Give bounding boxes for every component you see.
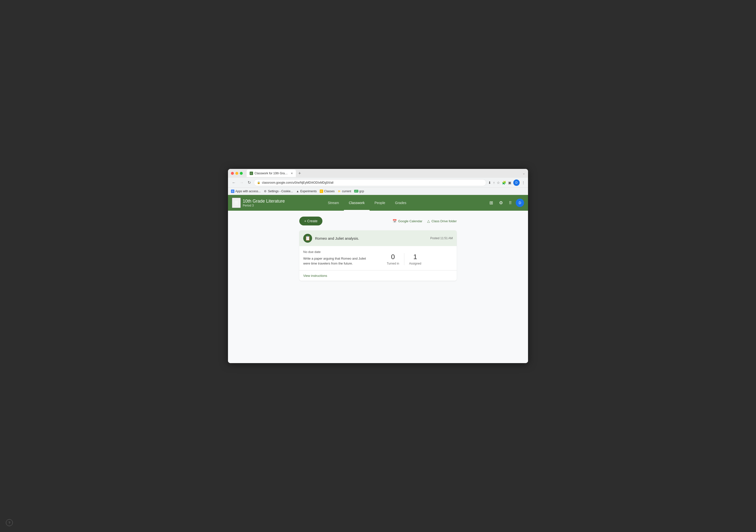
calendar-icon: 📅 [392,219,397,223]
tab-title: Classwork for 10th Grade Liter... [255,172,289,175]
calendar-link-label: Google Calendar [398,219,422,223]
classes-icon: C [320,190,323,193]
tab-bar: C Classwork for 10th Grade Liter... ✕ + [247,170,521,177]
apps-button[interactable]: ⠿ [507,199,514,207]
assignment-body: No due date Write a paper arguing that R… [303,246,367,268]
lock-icon: 🔒 [257,181,260,184]
top-links: 📅 Google Calendar △ Class Drive folder [392,219,457,223]
view-instructions-link[interactable]: View instructions [303,274,327,278]
fullscreen-window-button[interactable] [240,172,243,175]
sidebar-icon[interactable]: ▣ [508,181,511,185]
assignment-header: 📋 Romeo and Juliet analysis. Posted 11:5… [299,230,457,246]
profile-avatar[interactable]: D [513,179,520,186]
assigned-stat: 1 Assigned [404,250,426,268]
class-drive-link[interactable]: △ Class Drive folder [427,219,457,223]
top-actions-row: + Create 📅 Google Calendar △ Class Drive… [299,217,457,226]
forward-button[interactable]: → [239,180,245,185]
bookmarks-bar: G Apps with access... ⚙ Settings - Cooki… [228,188,528,195]
turned-in-count: 0 [385,253,401,261]
reload-button[interactable]: ↻ [247,180,252,185]
bookmark-settings-label: Settings - Cookie... [268,190,293,193]
browser-window: C Classwork for 10th Grade Liter... ✕ + … [228,169,528,363]
new-tab-button[interactable]: + [297,171,303,176]
main-content: + Create 📅 Google Calendar △ Class Drive… [228,211,528,363]
bookmark-icon[interactable]: ☆ [497,181,500,185]
bookmark-apps[interactable]: G Apps with access... [231,190,261,193]
tab-favicon: C [250,172,253,175]
assigned-label: Assigned [407,262,423,265]
folder-icon: 📁 [338,190,341,193]
assignment-left: No due date Write a paper arguing that R… [303,246,367,268]
settings-icon: ⚙ [264,190,267,193]
google-icon: G [231,190,234,193]
content-wrapper: + Create 📅 Google Calendar △ Class Drive… [299,217,457,281]
title-bar: C Classwork for 10th Grade Liter... ✕ + … [228,169,528,178]
tab-people[interactable]: People [370,195,390,211]
assignment-due-date: No due date [303,250,367,254]
turned-in-label: Turned in [385,262,401,265]
assignment-type-icon: 📋 [303,234,312,243]
minimize-window-button[interactable] [235,172,238,175]
share-icon[interactable]: ↑ [493,181,495,185]
assignment-card: 📋 Romeo and Juliet analysis. Posted 11:5… [299,230,457,281]
header-actions: ⊞ ⚙ ⠿ D [487,198,524,207]
address-actions: ⬇ ↑ ☆ 🧩 ▣ D ⋮ [488,179,525,186]
tab-close-button[interactable]: ✕ [291,172,293,175]
triangle-icon: ▲ [296,190,299,193]
course-title-area: 10th Grade Literature Period 3 [243,199,285,207]
course-name: 10th Grade Literature [243,199,285,204]
close-window-button[interactable] [231,172,234,175]
assignment-content-row: No due date Write a paper arguing that R… [299,246,457,270]
tab-grades[interactable]: Grades [390,195,411,211]
url-bar[interactable]: 🔒 classroom.google.com/u/0/w/NjEyMDI4ODI… [254,179,486,186]
bookmark-classes[interactable]: C Classes [320,190,335,193]
assignment-description: Write a paper arguing that Romeo and Jul… [303,256,367,266]
bookmark-current[interactable]: 📁 current [338,190,351,193]
drive-link-label: Class Drive folder [431,219,457,223]
app-header: ☰ 10th Grade Literature Period 3 Stream … [228,195,528,211]
tab-chevron-icon[interactable]: ⌄ [523,172,525,175]
extension-icon[interactable]: 🧩 [502,181,506,185]
assigned-count: 1 [407,253,423,261]
address-bar: ← → ↻ 🔒 classroom.google.com/u/0/w/NjEyM… [228,178,528,188]
bookmark-classes-label: Classes [324,190,335,193]
api-icon: API [354,190,358,193]
course-period: Period 3 [243,204,285,207]
main-nav: Stream Classwork People Grades [323,195,411,211]
bookmark-experiments[interactable]: ▲ Experiments [296,190,317,193]
bookmark-gcp-label: gcp [359,190,364,193]
back-button[interactable]: ← [231,180,237,185]
settings-button[interactable]: ⚙ [497,198,505,207]
tab-classwork[interactable]: Classwork [344,195,370,211]
traffic-lights [231,172,243,175]
active-tab[interactable]: C Classwork for 10th Grade Liter... ✕ [247,170,296,177]
tab-stream[interactable]: Stream [323,195,344,211]
download-icon[interactable]: ⬇ [488,181,491,185]
display-settings-button[interactable]: ⊞ [487,198,495,207]
bookmark-apps-label: Apps with access... [235,190,261,193]
menu-button[interactable]: ☰ [232,198,241,208]
assignment-footer: View instructions [299,270,457,281]
google-calendar-link[interactable]: 📅 Google Calendar [392,219,422,223]
menu-icon[interactable]: ⋮ [522,181,525,185]
bookmark-current-label: current [342,190,351,193]
user-avatar[interactable]: D [516,199,524,207]
drive-icon: △ [427,219,430,223]
assignment-stats: 0 Turned in 1 Assigned [382,250,426,268]
url-text: classroom.google.com/u/0/w/NjEyMDI4ODIxM… [262,181,483,184]
create-button[interactable]: + Create [299,217,322,226]
bookmark-experiments-label: Experiments [300,190,317,193]
bookmark-settings[interactable]: ⚙ Settings - Cookie... [264,190,293,193]
turned-in-stat: 0 Turned in [382,250,404,268]
assignment-title: Romeo and Juliet analysis. [315,236,427,240]
assignment-posted-time: Posted 11:51 AM [430,236,453,240]
bookmark-api[interactable]: API gcp [354,190,364,193]
